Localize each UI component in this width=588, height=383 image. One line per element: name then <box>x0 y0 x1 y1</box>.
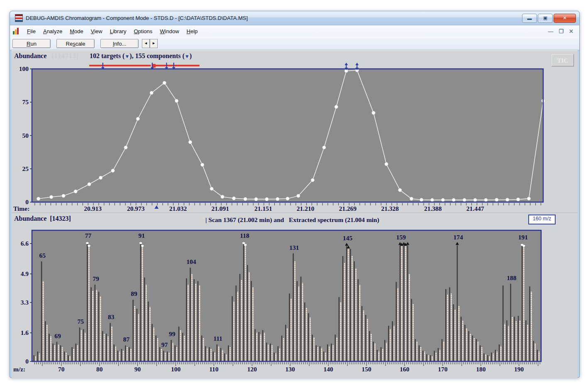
svg-text:150: 150 <box>361 366 371 373</box>
svg-text:70: 70 <box>58 366 65 373</box>
components-dropdown-icon: ▼ <box>185 54 190 59</box>
mdi-controls: — ❐ ✕ <box>548 29 576 34</box>
amdis-window: DEBUG-AMDIS Chromatogram - Component Mod… <box>10 11 580 378</box>
svg-text:191: 191 <box>518 234 528 241</box>
minimize-button[interactable]: ▬ <box>522 14 537 23</box>
svg-text:69: 69 <box>54 332 61 339</box>
mdi-restore-icon[interactable]: ❐ <box>559 29 564 34</box>
chromatogram-panel: Abundance [114713] 102 targets (▼), 155 … <box>12 50 578 213</box>
app-window-icon <box>15 14 23 22</box>
svg-text:21.388: 21.388 <box>424 205 442 212</box>
svg-text:80: 80 <box>96 366 103 373</box>
svg-text:21.210: 21.210 <box>297 205 315 212</box>
svg-text:120: 120 <box>247 366 257 373</box>
time-axis <box>35 203 541 205</box>
svg-text:145: 145 <box>343 234 353 242</box>
close-button[interactable]: ✕ <box>554 14 576 23</box>
mdi-minimize-icon[interactable]: — <box>548 29 553 34</box>
rescale-button[interactable]: Rescale <box>56 39 95 48</box>
svg-text:159: 159 <box>396 234 406 241</box>
menu-item-help[interactable]: Help <box>183 27 202 36</box>
svg-text:21.269: 21.269 <box>339 205 357 212</box>
svg-text:6.6: 6.6 <box>21 240 29 247</box>
svg-text:20.913: 20.913 <box>84 205 102 212</box>
targets-dropdown-icon: ▼ <box>124 54 129 59</box>
abundance-label: Abundance <box>14 52 46 60</box>
spectrum-abundance-label: Abundance <box>14 215 46 222</box>
svg-text:100: 100 <box>171 366 181 373</box>
svg-text:21.151: 21.151 <box>254 205 272 212</box>
svg-text:87: 87 <box>123 336 130 343</box>
menu-item-mode[interactable]: Mode <box>66 27 87 36</box>
desktop: { "window": { "title": "DEBUG-AMDIS Chro… <box>0 0 588 383</box>
toolbar-buttons: RunRescaleInfo... <box>12 39 139 48</box>
svg-text:1.6: 1.6 <box>21 329 29 336</box>
svg-text:0: 0 <box>25 198 29 205</box>
scan-position-marker-icon <box>154 205 159 209</box>
scan-prev-button[interactable]: ◄ <box>142 39 150 48</box>
menu-bar: FileAnalyzeModeViewLibraryOptionsWindowH… <box>10 25 579 37</box>
chromatogram-header: Abundance [114713] 102 targets (▼), 155 … <box>12 51 578 63</box>
mz-indicator: 160 m/z <box>528 215 556 224</box>
menu-item-options[interactable]: Options <box>130 27 156 36</box>
svg-text:100: 100 <box>19 65 29 72</box>
spectrum-abundance-value: [14323] <box>50 215 71 222</box>
run-button[interactable]: Run <box>12 39 51 48</box>
tic-button[interactable]: TIC <box>551 54 574 66</box>
svg-text:21.091: 21.091 <box>211 205 229 212</box>
svg-text:89: 89 <box>131 290 137 297</box>
svg-text:160: 160 <box>400 366 410 373</box>
svg-text:77: 77 <box>85 232 92 239</box>
svg-text:97: 97 <box>161 341 168 348</box>
svg-text:0: 0 <box>25 358 29 365</box>
svg-text:91: 91 <box>139 232 145 239</box>
targets-components-summary[interactable]: 102 targets (▼), 155 components (▼) <box>90 52 192 60</box>
svg-text:65: 65 <box>39 252 46 259</box>
menu-item-analyze[interactable]: Analyze <box>39 27 66 36</box>
svg-text:Time:: Time: <box>13 205 29 212</box>
info-button[interactable]: Info... <box>100 39 139 48</box>
chromatogram-chart[interactable]: 20.91320.97321.03221.09121.15121.21021.2… <box>12 63 578 213</box>
spectrum-chart[interactable]: 6569757779838789919799104111118131145159… <box>12 225 578 378</box>
svg-text:170: 170 <box>438 366 448 373</box>
menu-item-view[interactable]: View <box>87 27 106 36</box>
window-title: DEBUG-AMDIS Chromatogram - Component Mod… <box>26 15 522 21</box>
svg-text:99: 99 <box>169 330 176 337</box>
svg-text:180: 180 <box>476 366 486 373</box>
abundance-max-value: [114713] <box>51 52 79 60</box>
svg-text:104: 104 <box>186 258 196 265</box>
svg-text:90: 90 <box>134 366 141 373</box>
mdi-close-icon[interactable]: ✕ <box>569 29 573 34</box>
svg-text:21.328: 21.328 <box>381 205 399 212</box>
maximize-button[interactable]: ▣ <box>538 14 553 23</box>
spectrum-header: Abundance [14323] | Scan 1367 (21.002 mi… <box>12 213 578 225</box>
scan-next-button[interactable]: ► <box>150 39 158 48</box>
svg-text:83: 83 <box>108 313 115 320</box>
title-bar[interactable]: DEBUG-AMDIS Chromatogram - Component Mod… <box>10 11 579 25</box>
svg-text:25: 25 <box>22 165 29 172</box>
chromatogram-app-icon <box>12 27 20 35</box>
svg-text:130: 130 <box>285 366 295 373</box>
svg-text:140: 140 <box>324 366 334 373</box>
scan-spinner: ◄ ► <box>142 39 158 48</box>
toolbar: RunRescaleInfo... ◄ ► <box>10 37 579 50</box>
svg-text:188: 188 <box>507 274 517 281</box>
svg-text:118: 118 <box>240 232 249 239</box>
svg-text:m/z:: m/z: <box>13 366 25 373</box>
svg-text:79: 79 <box>93 275 99 282</box>
window-content: Abundance [114713] 102 targets (▼), 155 … <box>12 50 578 378</box>
svg-text:21.032: 21.032 <box>169 205 187 212</box>
target-range-line <box>89 64 200 68</box>
svg-text:110: 110 <box>209 366 219 373</box>
svg-text:174: 174 <box>454 234 464 241</box>
menu-item-window[interactable]: Window <box>156 27 183 36</box>
spectrum-scan-info: | Scan 1367 (21.002 min) and Extracted s… <box>205 216 379 224</box>
svg-text:75: 75 <box>77 318 84 325</box>
svg-text:20.973: 20.973 <box>127 205 145 212</box>
svg-text:131: 131 <box>289 244 299 251</box>
svg-text:190: 190 <box>514 366 524 373</box>
menu-item-library[interactable]: Library <box>106 27 130 36</box>
svg-text:3.3: 3.3 <box>21 299 29 306</box>
svg-text:4.9: 4.9 <box>21 270 29 277</box>
menu-item-file[interactable]: File <box>23 27 39 36</box>
